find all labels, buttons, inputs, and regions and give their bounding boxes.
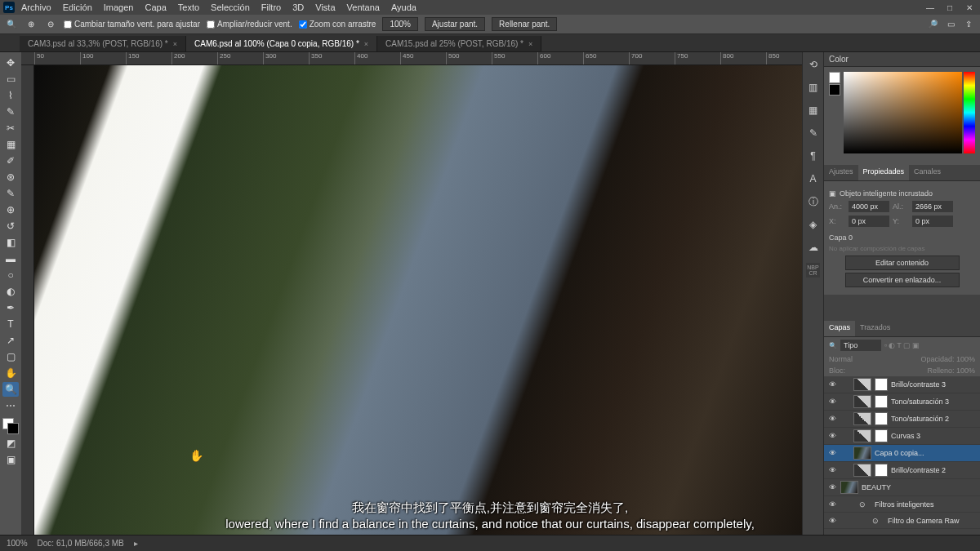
document-tab[interactable]: CAM6.psd al 100% (Capa 0 copia, RGB/16) … — [186, 36, 377, 51]
convert-linked-button[interactable]: Convertir en enlazado... — [845, 273, 960, 287]
menu-view[interactable]: Vista — [315, 2, 335, 12]
scrubby-zoom-checkbox[interactable]: Zoom con arrastre — [299, 20, 376, 29]
layer-name[interactable]: Filtros inteligentes — [875, 500, 977, 509]
layer-item[interactable]: 👁⊙Filtro de Camera Raw — [824, 513, 980, 529]
healing-tool[interactable]: ⊛ — [2, 170, 19, 184]
brush-tool[interactable]: ✎ — [2, 186, 19, 201]
layer-item[interactable]: 👁⊙Filtros inteligentes — [824, 496, 980, 513]
stamp-tool[interactable]: ⊕ — [2, 202, 19, 217]
screenmode-tool[interactable]: ▣ — [2, 452, 19, 467]
zoom-in-icon[interactable]: ⊕ — [24, 18, 38, 31]
history-icon[interactable]: ⟲ — [806, 57, 821, 72]
zoom-out-icon[interactable]: ⊖ — [44, 18, 57, 31]
color-swatches[interactable] — [2, 418, 19, 434]
color-panel-header[interactable]: Color — [824, 52, 980, 67]
edit-toolbar[interactable]: ⋯ — [2, 398, 19, 413]
frame-tool[interactable]: ▦ — [2, 137, 19, 152]
workspace-icon[interactable]: ▭ — [944, 18, 957, 31]
menu-layer[interactable]: Capa — [145, 2, 166, 12]
bg-swatch[interactable] — [829, 84, 840, 96]
hue-slider[interactable] — [964, 72, 975, 153]
color-picker[interactable] — [844, 72, 962, 153]
close-icon[interactable]: × — [528, 40, 532, 48]
libraries-icon[interactable]: ☁ — [806, 240, 821, 255]
visibility-icon[interactable]: 👁 — [827, 500, 837, 509]
visibility-icon[interactable]: 👁 — [827, 483, 837, 491]
height-field[interactable]: 2666 px — [912, 201, 953, 212]
fg-swatch[interactable] — [829, 72, 840, 83]
fit-screen-button[interactable]: Ajustar pant. — [425, 17, 485, 31]
layers-list[interactable]: 👁Brillo/contraste 3👁Tono/saturación 3👁To… — [824, 376, 980, 535]
maximize-button[interactable]: □ — [942, 2, 957, 13]
minimize-button[interactable]: — — [923, 2, 938, 13]
search-icon[interactable]: 🔎 — [926, 18, 939, 31]
layer-name[interactable]: Curvas 3 — [891, 432, 977, 440]
blur-tool[interactable]: ○ — [2, 268, 19, 282]
close-icon[interactable]: × — [173, 40, 177, 48]
crop-tool[interactable]: ✂ — [2, 121, 19, 136]
tab-adjustments[interactable]: Ajustes — [824, 165, 858, 180]
gradient-tool[interactable]: ▬ — [2, 251, 19, 266]
layer-name[interactable]: Tono/saturación 3 — [891, 398, 977, 406]
swatches-icon[interactable]: ▦ — [806, 103, 821, 118]
width-field[interactable]: 4000 px — [849, 201, 889, 212]
layer-name[interactable]: BEAUTY — [862, 483, 977, 491]
quick-select-tool[interactable]: ✎ — [2, 104, 19, 119]
layer-mask[interactable] — [875, 429, 888, 442]
filter-shape-icon[interactable]: ▢ — [903, 341, 911, 349]
menu-help[interactable]: Ayuda — [391, 2, 416, 12]
filter-pixel-icon[interactable]: ▫ — [884, 341, 887, 349]
navigator-icon[interactable]: ◈ — [806, 217, 821, 232]
menu-select[interactable]: Selección — [211, 2, 250, 12]
shape-tool[interactable]: ▢ — [2, 349, 19, 364]
layer-name[interactable]: Brillo/contraste 2 — [891, 466, 977, 474]
x-field[interactable]: 0 px — [849, 216, 889, 227]
close-button[interactable]: ✕ — [962, 2, 977, 13]
menu-file[interactable]: Archivo — [21, 2, 51, 12]
zoom-level[interactable]: 100% — [7, 539, 28, 548]
layer-name[interactable]: Tono/saturación 2 — [891, 415, 977, 423]
edit-content-button[interactable]: Editar contenido — [845, 256, 960, 270]
zoom-100-button[interactable]: 100% — [382, 17, 418, 31]
layer-mask[interactable] — [875, 395, 888, 408]
tab-paths[interactable]: Trazados — [855, 321, 895, 336]
layer-item[interactable]: 👁Tono/saturación 2 — [824, 411, 980, 428]
layer-filter-kind[interactable]: Tipo — [840, 340, 881, 351]
close-icon[interactable]: × — [364, 40, 368, 48]
layer-name[interactable]: Brillo/contraste 3 — [891, 380, 977, 389]
layer-mask[interactable] — [875, 412, 888, 425]
resize-window-checkbox[interactable]: Cambiar tamaño vent. para ajustar — [64, 20, 200, 29]
quickmask-tool[interactable]: ◩ — [2, 436, 19, 451]
history-brush-tool[interactable]: ↺ — [2, 219, 19, 233]
layer-mask[interactable] — [875, 464, 888, 477]
tab-channels[interactable]: Canales — [909, 165, 946, 180]
menu-filter[interactable]: Filtro — [261, 2, 281, 12]
pen-tool[interactable]: ✒ — [2, 300, 19, 315]
filter-smart-icon[interactable]: ▣ — [912, 341, 920, 349]
character-icon[interactable]: A — [806, 171, 821, 186]
hand-tool[interactable]: ✋ — [2, 366, 19, 380]
visibility-icon[interactable]: 👁 — [827, 517, 837, 525]
filter-adj-icon[interactable]: ◐ — [889, 341, 895, 349]
eraser-tool[interactable]: ◧ — [2, 235, 19, 250]
layer-item[interactable]: 👁Capa 0 copia... — [824, 445, 980, 462]
tab-properties[interactable]: Propiedades — [858, 165, 910, 180]
background-color[interactable] — [7, 423, 19, 434]
menu-image[interactable]: Imagen — [104, 2, 134, 12]
path-tool[interactable]: ↗ — [2, 333, 19, 348]
menu-window[interactable]: Ventana — [347, 2, 380, 12]
menu-edit[interactable]: Edición — [63, 2, 92, 12]
layer-name[interactable]: Capa 0 copia... — [875, 449, 977, 457]
zoom-all-checkbox[interactable]: Ampliar/reducir vent. — [207, 20, 292, 29]
visibility-icon[interactable]: 👁 — [827, 415, 837, 423]
brushes-icon[interactable]: ✎ — [806, 126, 821, 140]
menu-type[interactable]: Texto — [178, 2, 199, 12]
marquee-tool[interactable]: ▭ — [2, 72, 19, 87]
document-tab[interactable]: CAM3.psd al 33,3% (POST, RGB/16) *× — [20, 36, 186, 51]
status-arrow-icon[interactable]: ▸ — [134, 539, 138, 548]
layer-item[interactable]: 👁Brillo/contraste 2 — [824, 462, 980, 479]
y-field[interactable]: 0 px — [912, 216, 953, 227]
layer-item[interactable]: 👁BEAUTY — [824, 479, 980, 496]
paragraph-icon[interactable]: ¶ — [806, 149, 821, 163]
canvas[interactable]: ✋ — [34, 65, 802, 535]
